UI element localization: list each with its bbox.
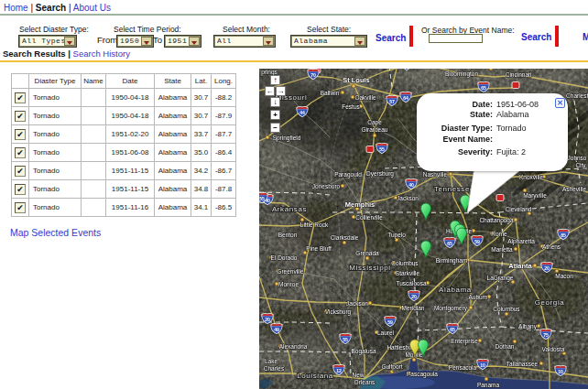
svg-text:Jonesboro: Jonesboro	[312, 183, 341, 189]
svg-text:55: 55	[343, 337, 348, 342]
svg-text:20: 20	[544, 265, 550, 271]
svg-text:Paragould: Paragould	[334, 171, 362, 178]
svg-text:Meridian: Meridian	[402, 305, 425, 311]
svg-text:55: 55	[259, 196, 265, 201]
svg-text:65: 65	[447, 241, 452, 246]
svg-text:Cincinnati: Cincinnati	[506, 71, 532, 78]
svg-text:Auburn: Auburn	[469, 294, 488, 300]
svg-text:Dyersburg: Dyersburg	[366, 170, 394, 178]
svg-text:Rome: Rome	[491, 231, 507, 237]
svg-text:Marietta: Marietta	[491, 246, 513, 253]
svg-text:Albany: Albany	[518, 323, 538, 330]
svg-text:Charlesto: Charlesto	[566, 92, 588, 99]
svg-text:Girardeau: Girardeau	[362, 126, 388, 133]
svg-text:85: 85	[561, 232, 566, 238]
svg-text:Bogalusa: Bogalusa	[351, 348, 376, 355]
svg-text:Clarksdale: Clarksdale	[331, 234, 359, 241]
svg-text:Alexandria: Alexandria	[279, 343, 308, 350]
svg-text:New: New	[352, 372, 364, 378]
svg-text:Little Rock: Little Rock	[300, 222, 329, 228]
svg-text:Maryville: Maryville	[523, 192, 547, 200]
svg-text:Cape: Cape	[367, 119, 382, 126]
svg-text:10: 10	[558, 369, 563, 374]
svg-text:Panama: Panama	[477, 382, 500, 388]
svg-text:LaGrange: LaGrange	[487, 275, 514, 282]
svg-text:Pascagoula: Pascagoula	[407, 371, 438, 378]
svg-text:65: 65	[450, 327, 455, 332]
svg-text:Columbus: Columbus	[493, 306, 520, 312]
svg-text:Montgomery: Montgomery	[434, 305, 468, 312]
svg-text:65: 65	[481, 85, 486, 91]
svg-text:Dothan: Dothan	[495, 343, 515, 350]
svg-text:20: 20	[265, 317, 270, 322]
svg-text:Tennessee: Tennessee	[434, 185, 474, 193]
svg-text:Valdosta: Valdosta	[542, 346, 565, 352]
svg-text:57: 57	[389, 99, 395, 104]
svg-text:Vicksburg: Vicksburg	[325, 308, 352, 316]
svg-text:Columbus: Columbus	[391, 260, 419, 266]
svg-text:Memphis: Memphis	[345, 200, 376, 209]
svg-text:Jackson: Jackson	[346, 300, 368, 307]
svg-text:44: 44	[299, 110, 305, 115]
svg-text:Starkville: Starkville	[396, 270, 420, 276]
svg-text:40: 40	[408, 182, 414, 188]
svg-text:St Louis: St Louis	[343, 76, 370, 84]
svg-text:Festus: Festus	[342, 103, 360, 110]
svg-text:Bloomington: Bloomington	[445, 70, 479, 78]
svg-text:Oakville: Oakville	[354, 94, 376, 101]
svg-text:Pensacola: Pensacola	[449, 364, 477, 371]
svg-text:20: 20	[411, 294, 417, 299]
svg-text:Pine Bluff: Pine Bluff	[306, 245, 332, 252]
svg-text:Enterprise: Enterprise	[451, 338, 478, 345]
svg-text:Laurel: Laurel	[377, 330, 395, 336]
svg-text:Orleans: Orleans	[354, 379, 376, 385]
svg-text:Atlanta: Atlanta	[508, 262, 532, 270]
svg-text:Monroe: Monroe	[278, 281, 299, 287]
svg-text:Greenville: Greenville	[277, 268, 304, 275]
svg-text:Charles: Charles	[264, 365, 285, 372]
svg-text:Nashville: Nashville	[423, 171, 448, 178]
svg-text:12: 12	[336, 368, 342, 373]
svg-text:Asheville: Asheville	[562, 186, 586, 192]
svg-text:Benton: Benton	[278, 232, 298, 238]
svg-text:Jackson: Jackson	[397, 195, 419, 201]
svg-text:Birmingham: Birmingham	[436, 257, 468, 265]
svg-text:Tallahassee: Tallahassee	[506, 361, 539, 367]
svg-text:Louisiana: Louisiana	[297, 372, 333, 380]
svg-text:El Dorado: El Dorado	[271, 254, 298, 261]
svg-text:49: 49	[274, 327, 279, 332]
svg-text:Springfield: Springfield	[273, 135, 301, 142]
svg-text:City: City	[575, 162, 586, 169]
svg-text:Macon: Macon	[555, 273, 573, 279]
svg-text:59: 59	[474, 239, 480, 244]
svg-text:59: 59	[387, 319, 393, 325]
svg-text:Grenada: Grenada	[355, 250, 379, 256]
svg-text:Chattanooga: Chattanooga	[479, 217, 514, 224]
svg-text:75: 75	[543, 332, 549, 338]
svg-text:Alabama: Alabama	[439, 286, 472, 294]
svg-text:Knoxville: Knoxville	[519, 174, 543, 180]
svg-text:70: 70	[310, 72, 316, 78]
svg-text:64: 64	[403, 95, 408, 101]
svg-text:10: 10	[480, 362, 485, 368]
svg-text:Ballwin: Ballwin	[321, 90, 340, 96]
svg-text:Mississippi: Mississippi	[349, 264, 390, 272]
svg-text:Tuscaloosa: Tuscaloosa	[397, 280, 427, 286]
svg-text:Gulfport: Gulfport	[381, 363, 402, 371]
svg-text:Collierville: Collierville	[355, 214, 383, 221]
svg-text:Lake: Lake	[265, 358, 278, 364]
svg-text:Johnso: Johnso	[568, 155, 587, 161]
svg-text:Georgia: Georgia	[535, 298, 565, 307]
svg-text:Athens: Athens	[542, 243, 561, 250]
svg-text:Tupelo: Tupelo	[387, 232, 406, 239]
svg-text:Alpharetta: Alpharetta	[507, 238, 535, 245]
svg-text:55: 55	[379, 146, 385, 152]
svg-text:Arkansas: Arkansas	[272, 205, 307, 213]
svg-text:Cleveland: Cleveland	[506, 206, 532, 212]
